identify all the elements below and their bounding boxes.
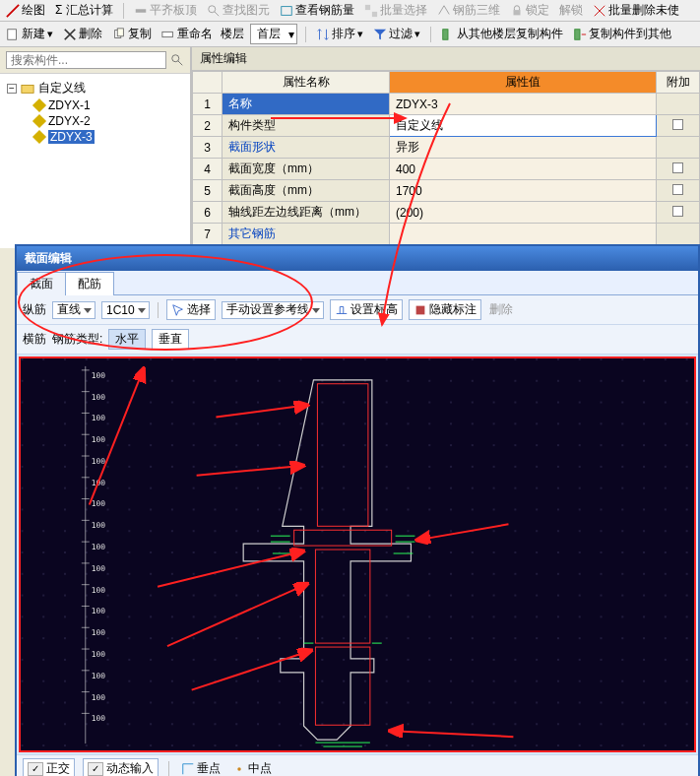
line-type-select[interactable]: 直线 [52,301,95,319]
tab-rebar[interactable]: 配筋 [65,272,114,295]
batchdel-btn[interactable]: 批量删除未使 [591,2,681,19]
svg-text:100: 100 [92,393,106,402]
longitudinal-label: 纵筋 [23,301,46,318]
main-split: − 自定义线 ZDYX-1 ZDYX-2 ZDYX-3 属 [0,47,700,248]
prop-name[interactable]: 其它钢筋 [223,224,390,245]
batchsel-btn[interactable]: 批量选择 [362,2,429,19]
bar3d-btn[interactable]: 钢筋三维 [435,2,502,19]
collapse-icon[interactable]: − [7,84,17,94]
prop-extra[interactable] [657,180,700,202]
osnap-mid[interactable]: 中点 [230,760,274,776]
dyninput-toggle[interactable]: ✓动态输入 [83,758,159,776]
delete-btn[interactable]: 删除 [61,26,104,42]
horizontal-seg[interactable]: 水平 [108,329,146,350]
left-panel: − 自定义线 ZDYX-1 ZDYX-2 ZDYX-3 [0,47,192,248]
copyto-btn[interactable]: 复制构件到其他 [571,26,673,42]
prop-value[interactable]: 400 [390,159,657,180]
tree-item[interactable]: ZDYX-2 [7,113,183,129]
label: Σ 汇总计算 [55,2,113,19]
label: 批量删除未使 [608,2,679,19]
table-row[interactable]: 5 截面高度（mm） 1700 [193,180,700,202]
chevron-down-icon: ▾ [47,28,53,40]
prop-name[interactable]: 截面形状 [223,137,390,159]
prop-extra[interactable] [657,159,700,180]
svg-text:100: 100 [92,564,106,573]
table-row[interactable]: 4 截面宽度（mm） 400 [193,159,700,180]
folder-icon [21,82,34,96]
label: 中点 [248,760,272,776]
prop-value[interactable]: ZDYX-3 [390,94,657,115]
tree-item[interactable]: ZDYX-3 [7,129,183,145]
flat-btn[interactable]: 平齐板顶 [132,2,199,19]
prop-name: 构件类型 [223,115,390,137]
select-btn[interactable]: 选择 [166,299,216,320]
table-row[interactable]: 1 名称 ZDYX-3 [193,94,700,115]
check-icon: ✓ [88,762,103,776]
hide-annotation-btn[interactable]: 隐藏标注 [409,299,481,320]
label: 排序 [332,26,355,42]
svg-rect-14 [415,305,424,314]
prop-value[interactable]: (200) [390,202,657,224]
unlock-btn[interactable]: 解锁 [557,2,585,19]
property-grid: 属性名称 属性值 附加 1 名称 ZDYX-3 2 构件类型 自定义线 [192,71,700,267]
label: 动态输入 [106,760,154,776]
label: 垂点 [197,760,221,776]
tree-root[interactable]: − 自定义线 [7,79,183,97]
search-icon[interactable] [170,53,184,67]
vertical-seg[interactable]: 垂直 [152,329,189,350]
sort-btn[interactable]: 排序 ▾ [314,26,365,42]
label: 从其他楼层复制构件 [457,26,563,42]
section-canvas[interactable]: 1001001001001001001001001001001001001001… [19,356,696,752]
col-name: 属性名称 [223,72,390,94]
filter-btn[interactable]: 过滤 ▾ [371,26,422,42]
floor-select[interactable]: 首层▾ [250,24,297,44]
chevron-down-icon: ▾ [288,28,294,41]
value: 手动设置参考线 [226,301,309,318]
prop-extra [657,94,700,115]
check-icon: ✓ [28,762,43,776]
label: 正交 [46,760,70,776]
sum-btn[interactable]: Σ 汇总计算 [53,2,115,19]
ortho-toggle[interactable]: ✓正交 [23,758,75,776]
tree-item[interactable]: ZDYX-1 [7,97,183,113]
svg-text:100: 100 [92,650,106,659]
lock-btn[interactable]: 锁定 [508,2,551,19]
set-elev-btn[interactable]: 设置标高 [330,299,403,320]
prop-extra[interactable] [657,115,700,137]
svg-text:100: 100 [92,693,106,702]
svg-text:100: 100 [92,521,106,530]
copy-btn[interactable]: 复制 [110,26,154,42]
copyfrom-btn[interactable]: 从其他楼层复制构件 [439,26,565,42]
table-row[interactable]: 7 其它钢筋 [193,224,700,245]
viewbar-btn[interactable]: 查看钢筋量 [278,2,356,19]
table-row[interactable]: 2 构件类型 自定义线 [193,115,700,137]
svg-text:100: 100 [92,714,106,723]
col-extra: 附加 [657,72,700,94]
label: 过滤 [389,26,413,42]
prop-extra[interactable] [657,202,700,224]
osnap-perp[interactable]: 垂点 [179,760,223,776]
tab-section[interactable]: 截面 [17,272,66,295]
search-input[interactable] [6,51,166,69]
refline-select[interactable]: 手动设置参考线 [222,301,324,319]
table-row[interactable]: 6 轴线距左边线距离（mm） (200) [193,202,700,224]
draw-btn[interactable]: 绘图 [4,2,47,19]
toolbar-main-2: 新建 ▾ 删除 复制 重命名 楼层 首层▾ 排序 ▾ 过滤 ▾ 从其他楼层复制构… [0,22,700,47]
rownum: 5 [193,180,223,202]
prop-value[interactable]: 异形 [390,137,657,159]
rownum-header [193,72,223,94]
prop-name: 轴线距左边线距离（mm） [223,202,390,224]
rename-btn[interactable]: 重命名 [159,26,215,42]
find-btn[interactable]: 查找图元 [205,2,272,19]
label: 锁定 [526,2,549,19]
prop-value[interactable]: 自定义线 [390,115,657,137]
table-row[interactable]: 3 截面形状 异形 [193,137,700,159]
svg-rect-3 [365,4,370,9]
delete-rebar-btn[interactable]: 删除 [487,301,515,318]
prop-value[interactable] [390,224,657,245]
svg-text:100: 100 [92,435,106,444]
prop-name: 截面高度（mm） [223,180,390,202]
prop-value[interactable]: 1700 [390,180,657,202]
new-btn[interactable]: 新建 ▾ [4,26,55,42]
rebar-spec-select[interactable]: 1C10 [101,301,150,319]
